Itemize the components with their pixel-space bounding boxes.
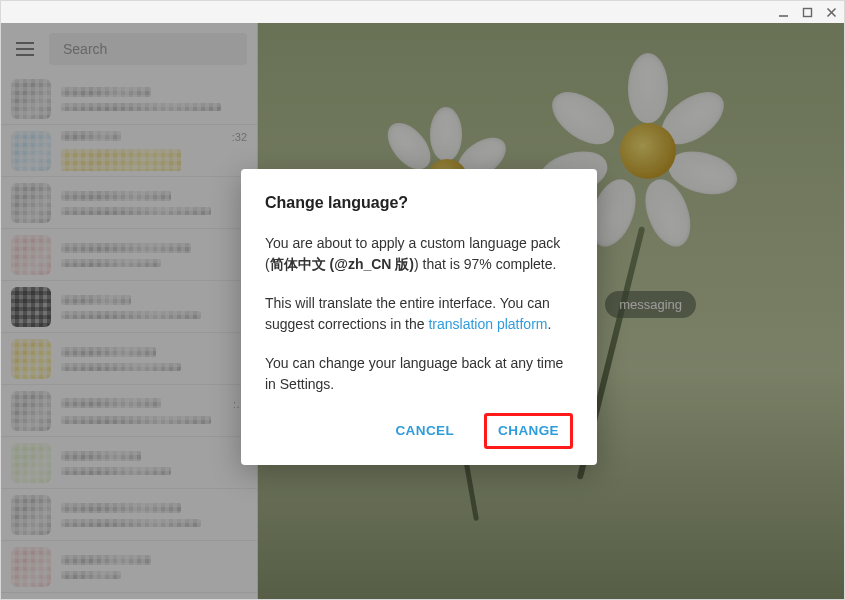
dialog-paragraph-3: You can change your language back at any…	[265, 353, 573, 395]
close-icon[interactable]	[824, 5, 838, 19]
dialog-paragraph-2: This will translate the entire interface…	[265, 293, 573, 335]
dialog-actions: CANCEL CHANGE	[265, 413, 573, 449]
app-window: :32	[0, 0, 845, 600]
dialog-paragraph-1: You are about to apply a custom language…	[265, 233, 573, 275]
minimize-icon[interactable]	[776, 5, 790, 19]
translation-platform-link[interactable]: translation platform	[428, 316, 547, 332]
dialog-title: Change language?	[265, 191, 573, 215]
change-button[interactable]: CHANGE	[484, 413, 573, 449]
svg-rect-1	[803, 8, 811, 16]
cancel-button[interactable]: CANCEL	[381, 413, 468, 449]
change-language-dialog: Change language? You are about to apply …	[241, 169, 597, 465]
maximize-icon[interactable]	[800, 5, 814, 19]
titlebar	[1, 1, 844, 23]
